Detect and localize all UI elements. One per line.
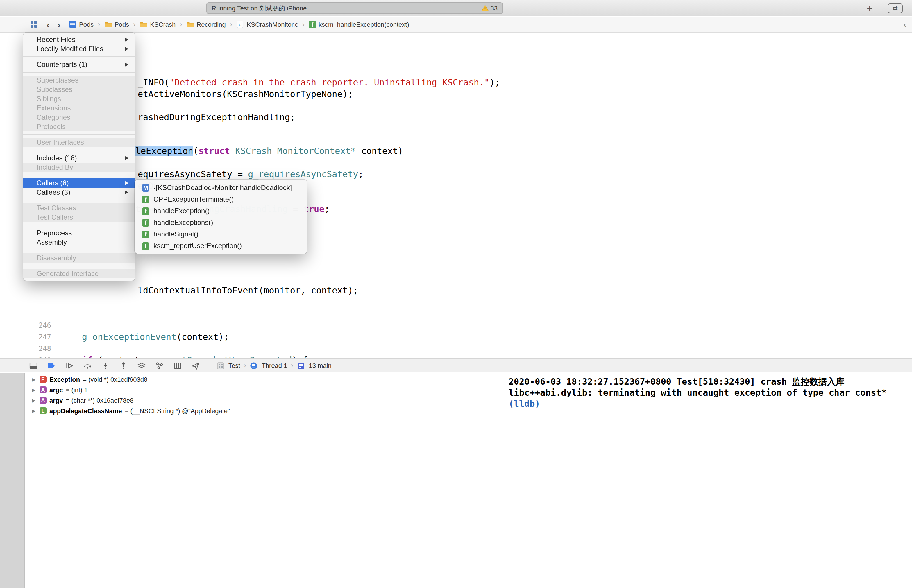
breadcrumb-item-kscm-handleexception-context-5[interactable]: fkscm_handleException(context)	[309, 21, 409, 28]
code-line[interactable]: ldContextualInfoToEvent(monitor, context…	[0, 285, 912, 296]
code-text[interactable]: if (context->currentSnapshotUserReported…	[82, 354, 308, 359]
code-token: context)	[356, 146, 403, 156]
menu-item-label: Subclasses	[37, 85, 72, 94]
menu-item-test-callers: Test Callers	[23, 213, 135, 222]
jump-bar: ‹ › Pods›Pods›KSCrash›Recording›cKSCrash…	[0, 17, 912, 32]
menu-separator	[23, 134, 135, 135]
folder-icon	[139, 20, 148, 29]
function-icon: f	[142, 242, 149, 250]
submenu-item-handlesignal[interactable]: fhandleSignal()	[135, 228, 307, 240]
related-items-icon[interactable]	[29, 20, 38, 29]
menu-item-label: Disassembly	[37, 253, 76, 263]
stack-frame-icon	[296, 361, 305, 370]
debug-view-hierarchy-icon[interactable]	[137, 361, 146, 370]
variable-row-appdelegateclassname[interactable]: ▶LappDelegateClassName= (__NSCFString *)…	[26, 405, 506, 416]
forward-button[interactable]: ›	[58, 20, 60, 29]
submenu-item-kscm-reportuserexception[interactable]: fkscm_reportUserException()	[135, 240, 307, 252]
code-token: ldContextualInfoToEvent(monitor, context…	[138, 285, 358, 296]
menu-separator	[23, 250, 135, 250]
continue-icon[interactable]	[65, 361, 74, 370]
debug-frame-label[interactable]: 13 main	[309, 362, 331, 369]
step-over-icon[interactable]	[83, 361, 92, 370]
variable-value: = (char **) 0x16aef78e8	[66, 397, 134, 404]
menu-item-disassembly: Disassembly	[23, 253, 135, 263]
menu-item-counterparts-1[interactable]: Counterparts (1)▶	[23, 60, 135, 69]
submenu-item-label: kscm_reportUserException()	[154, 242, 242, 250]
submenu-item-handleexceptions[interactable]: fhandleExceptions()	[135, 217, 307, 228]
code-token	[230, 146, 235, 156]
submenu-item-handleexception[interactable]: fhandleException()	[135, 205, 307, 217]
line-number[interactable]: 246	[26, 320, 51, 331]
menu-item-label: Includes (18)	[37, 153, 77, 163]
menu-item-callees-3[interactable]: Callees (3)▶	[23, 188, 135, 197]
code-text[interactable]: equiresAsyncSafety = g_requiresAsyncSafe…	[138, 168, 364, 180]
editor-layout-icon[interactable]: ⇄	[888, 3, 903, 13]
variable-name: Exception	[49, 376, 80, 383]
breadcrumb-item-kscrash-2[interactable]: KSCrash	[139, 20, 176, 29]
menu-item-label: User Interfaces	[37, 138, 84, 147]
menu-separator	[23, 72, 135, 73]
jump-bar-controls: ‹ ›	[0, 20, 60, 29]
disclosure-triangle-icon[interactable]: ▶	[32, 377, 37, 382]
simulate-location-icon[interactable]	[191, 361, 200, 370]
submenu-item-cppexceptionterminate[interactable]: fCPPExceptionTerminate()	[135, 194, 307, 205]
breadcrumb-item-pods-0[interactable]: Pods	[69, 20, 94, 29]
code-line[interactable]: 248	[0, 343, 912, 354]
code-text[interactable]: etActiveMonitors(KSCrashMonitorTypeNone)…	[138, 88, 353, 100]
memory-graph-icon[interactable]	[155, 361, 164, 370]
hide-debug-area-icon[interactable]	[29, 361, 38, 370]
breadcrumb-separator: ›	[291, 362, 293, 370]
debug-thread-label[interactable]: Thread 1	[262, 362, 287, 369]
code-line[interactable]: 246	[0, 320, 912, 331]
breakpoints-toggle-icon[interactable]	[47, 361, 56, 370]
menu-separator	[23, 225, 135, 225]
breadcrumb-item-recording-3[interactable]: Recording	[186, 20, 226, 29]
warning-indicator[interactable]: 33	[481, 5, 498, 11]
jumpbar-right-chevron-icon[interactable]: ‹	[904, 20, 906, 29]
menu-item-recent-files[interactable]: Recent Files▶	[23, 35, 135, 44]
submenu-item-kscrashdeadlockmonitor-handledeadlock[interactable]: M-[KSCrashDeadlockMonitor handleDeadlock…	[135, 182, 307, 194]
variable-row-argv[interactable]: ▶Aargv= (char **) 0x16aef78e8	[26, 395, 506, 405]
line-number[interactable]: 248	[26, 343, 51, 354]
code-line[interactable]: rashedDuringExceptionHandling;	[0, 111, 912, 123]
code-text[interactable]: rashedDuringExceptionHandling;	[138, 111, 295, 123]
menu-item-locally-modified-files[interactable]: Locally Modified Files▶	[23, 44, 135, 53]
menu-item-label: Callers (6)	[37, 178, 69, 188]
code-token: KSCrash_MonitorContext*	[235, 146, 356, 156]
disclosure-triangle-icon[interactable]: ▶	[32, 387, 37, 393]
debug-bar: Test › Thread 1 › 13 main	[0, 359, 912, 372]
code-line[interactable]: 247g_onExceptionEvent(context);	[0, 331, 912, 343]
menu-item-label: Generated Interface	[37, 269, 99, 278]
breadcrumb-label: Pods	[115, 21, 129, 28]
debug-scheme-label[interactable]: Test	[228, 362, 240, 369]
code-text[interactable]: g_onExceptionEvent(context);	[82, 331, 229, 343]
c-file-icon: c	[236, 20, 244, 29]
breadcrumb-item-kscrashmonitor-c-4[interactable]: cKSCrashMonitor.c	[236, 20, 298, 29]
variable-row-argc[interactable]: ▶Aargc= (int) 1	[26, 384, 506, 395]
console-output[interactable]: 2020-06-03 18:32:27.152367+0800 Test[518…	[506, 373, 912, 588]
code-text[interactable]: leException(struct KSCrash_MonitorContex…	[136, 145, 403, 157]
code-line[interactable]: _INFO("Detected crash in the crash repor…	[0, 77, 912, 88]
menu-item-callers-6[interactable]: Callers (6)▶	[23, 178, 135, 188]
step-out-icon[interactable]	[119, 361, 128, 370]
menu-item-assembly[interactable]: Assembly	[23, 237, 135, 247]
code-text[interactable]: _INFO("Detected crash in the crash repor…	[138, 77, 500, 88]
variable-row-exception[interactable]: ▶EException= (void *) 0x1edf603d8	[26, 374, 506, 384]
breadcrumb-item-pods-1[interactable]: Pods	[104, 20, 129, 29]
add-editor-button[interactable]: +	[867, 3, 873, 13]
back-button[interactable]: ‹	[47, 20, 49, 29]
line-number[interactable]: 247	[26, 331, 51, 343]
code-line[interactable]: etActiveMonitors(KSCrashMonitorTypeNone)…	[0, 88, 912, 100]
code-line[interactable]: 249if (context->currentSnapshotUserRepor…	[0, 354, 912, 359]
code-text[interactable]: ldContextualInfoToEvent(monitor, context…	[138, 285, 358, 296]
step-into-icon[interactable]	[101, 361, 110, 370]
code-line[interactable]: leException(struct KSCrash_MonitorContex…	[0, 145, 912, 157]
line-number[interactable]: 249	[26, 354, 51, 359]
code-line[interactable]: equiresAsyncSafety = g_requiresAsyncSafe…	[0, 168, 912, 180]
disclosure-triangle-icon[interactable]: ▶	[32, 398, 37, 403]
environment-overrides-icon[interactable]	[173, 361, 182, 370]
menu-item-preprocess[interactable]: Preprocess	[23, 228, 135, 237]
disclosure-triangle-icon[interactable]: ▶	[32, 408, 37, 414]
menu-item-includes-18[interactable]: Includes (18)▶	[23, 153, 135, 163]
variable-value: = (int) 1	[66, 386, 88, 393]
